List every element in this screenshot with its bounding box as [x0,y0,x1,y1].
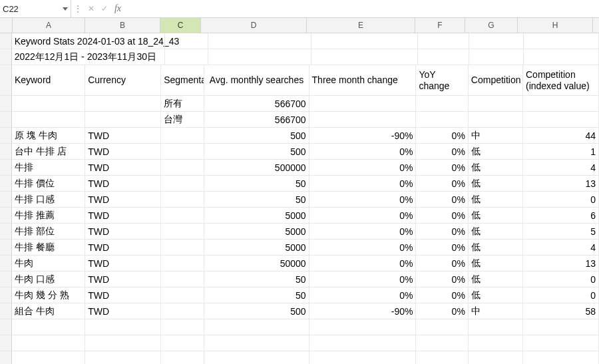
cell[interactable] [309,319,417,335]
cell[interactable] [161,319,204,335]
cell[interactable] [161,240,204,256]
name-box[interactable] [0,1,60,17]
cell-three-month[interactable]: 0% [309,287,417,303]
cell-three-month[interactable]: 0% [309,240,417,256]
cell[interactable] [90,49,165,65]
cell[interactable] [161,272,204,287]
header-competition-idx[interactable]: Competition (indexed value) [523,65,599,96]
cell-currency[interactable]: TWD [85,240,161,256]
cell[interactable] [12,319,85,335]
header-three-month[interactable]: Three month change [309,65,417,96]
cell-yoy[interactable]: 0% [416,176,468,192]
cell[interactable] [416,335,468,351]
cell-yoy[interactable]: 0% [416,192,468,208]
cell-three-month[interactable]: 0% [309,272,417,287]
cell[interactable] [85,351,161,364]
cell[interactable] [418,49,470,65]
select-all-corner[interactable] [0,18,13,33]
cell[interactable] [12,351,85,364]
cell-competition[interactable]: 低 [469,192,523,208]
cell-yoy[interactable]: 0% [416,208,468,224]
cancel-icon[interactable]: ✕ [85,4,98,13]
cell[interactable] [161,176,204,192]
cell[interactable] [85,335,161,351]
cell-currency[interactable]: TWD [85,224,161,240]
cell-competition[interactable]: 低 [469,208,523,224]
cell-avg-searches[interactable]: 50 [204,287,309,303]
cell-avg-searches[interactable]: 500000 [204,160,309,176]
cell-avg-searches[interactable]: 50 [204,192,309,208]
cell-currency[interactable]: TWD [85,128,161,144]
row-header[interactable] [0,160,12,176]
cell-avg-searches[interactable]: 566700 [204,112,309,128]
col-header-E[interactable]: E [307,18,415,33]
cell[interactable] [311,33,417,49]
col-header-A[interactable]: A [13,18,85,33]
cell[interactable] [309,335,417,351]
formula-input[interactable] [124,1,599,17]
cell-keyword[interactable]: 牛肉 口感 [12,272,85,287]
cell-three-month[interactable]: 0% [309,160,417,176]
cell-competition[interactable]: 低 [469,287,523,303]
row-header[interactable] [0,128,12,144]
cell[interactable] [161,144,204,160]
cell-keyword[interactable]: 牛排 餐廳 [12,240,85,256]
cell[interactable] [161,256,204,272]
header-currency[interactable]: Currency [85,65,161,96]
cell[interactable] [161,303,204,319]
cell-keyword[interactable]: 原 塊 牛肉 [12,128,85,144]
cell[interactable] [208,49,312,65]
cell-three-month[interactable]: 0% [309,176,417,192]
cell[interactable] [469,49,523,65]
cell[interactable] [165,33,208,49]
cell[interactable] [161,224,204,240]
row-header[interactable] [0,272,12,287]
cell-segmentation[interactable]: 台灣 [161,112,204,128]
cell-competition-idx[interactable]: 13 [523,256,599,272]
cell[interactable] [469,319,523,335]
cell-keyword[interactable]: 台中 牛排 店 [12,144,85,160]
cell-competition-idx[interactable]: 4 [523,240,599,256]
cell-yoy[interactable]: 0% [416,160,468,176]
cell-competition[interactable]: 低 [469,160,523,176]
col-header-D[interactable]: D [201,18,307,33]
row-header[interactable] [0,303,12,319]
cell-currency[interactable]: TWD [85,160,161,176]
cell[interactable] [204,351,309,364]
formula-more-icon[interactable]: ⋮ [71,4,85,13]
row-header[interactable] [0,351,12,364]
cell[interactable] [161,160,204,176]
cell-avg-searches[interactable]: 500 [204,128,309,144]
cell[interactable]: Keyword Stats 2024-01-03 at 18_24_43 [12,33,90,49]
header-yoy[interactable]: YoY change [416,65,468,96]
row-header[interactable] [0,319,12,335]
cell-three-month[interactable]: 0% [309,144,417,160]
row-header[interactable] [0,49,12,65]
cell-competition-idx[interactable]: 58 [523,303,599,319]
cell[interactable] [416,319,468,335]
cell-avg-searches[interactable]: 500 [204,303,309,319]
cell-competition-idx[interactable]: 0 [523,272,599,287]
cell-avg-searches[interactable]: 5000 [204,224,309,240]
cell-competition-idx[interactable]: 6 [523,208,599,224]
fx-icon[interactable]: fx [111,3,124,14]
cell[interactable] [161,287,204,303]
row-header[interactable] [0,287,12,303]
row-header[interactable] [0,33,12,49]
cell-keyword[interactable]: 牛肉 幾 分 熟 [12,287,85,303]
cell[interactable] [85,96,161,112]
cell-competition-idx[interactable]: 4 [523,160,599,176]
cell-keyword[interactable]: 牛排 [12,160,85,176]
cell[interactable] [12,112,85,128]
cell[interactable] [469,33,523,49]
col-header-G[interactable]: G [465,18,518,33]
cell[interactable] [311,49,417,65]
cell-currency[interactable]: TWD [85,272,161,287]
cell-yoy[interactable]: 0% [416,287,468,303]
cell[interactable] [85,112,161,128]
cell-avg-searches[interactable]: 5000 [204,208,309,224]
cell-currency[interactable]: TWD [85,256,161,272]
cell[interactable] [416,96,468,112]
cell[interactable] [161,208,204,224]
cell[interactable] [161,351,204,364]
